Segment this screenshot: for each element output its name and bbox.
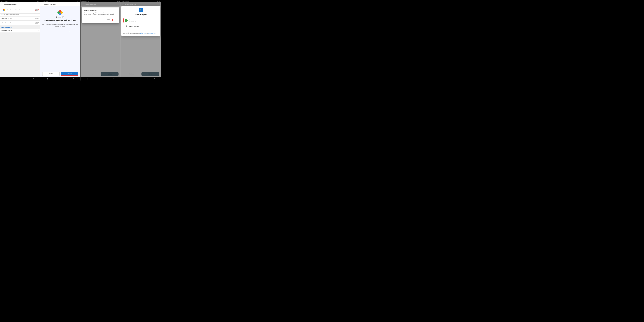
home-nav-btn-3[interactable]: ○: [100, 78, 101, 80]
account-info-1: Xu■ ■■■ ■■■ ■■■■■■ ■■: [129, 19, 157, 22]
settings-content: Save Power with Google Fit See your Goog…: [0, 6, 40, 77]
google-fit-icon: [2, 8, 6, 12]
screen-google-fit-connect-2: No SIM 29.4K/s 15:41 ← Google Fit Connec…: [80, 0, 121, 80]
privacy-policy-link[interactable]: privacy policy: [140, 33, 146, 34]
bottom-nav-4: ◁ ○ □: [121, 77, 161, 80]
home-nav-btn-4[interactable]: ○: [140, 78, 141, 80]
steps-data-source-item[interactable]: Steps Data Source Phone ›: [0, 17, 40, 20]
footer-and: and: [146, 33, 148, 34]
red-arrow-icon: ↓: [69, 28, 71, 32]
fit-buttons-1: Not Now Activate: [42, 72, 78, 76]
support-feedback-item[interactable]: Support & Feedback ›: [0, 29, 40, 33]
recents-nav-btn-4[interactable]: □: [154, 78, 154, 80]
pacer-icon-glyph: 🚶: [140, 9, 142, 11]
settings-section-troubleshooting: TROUBLESHOOTING Support & Feedback ›: [0, 26, 40, 33]
nav-title-1: Step Counter Settings: [4, 4, 17, 5]
fit-activate-title-1: Activate Google Fit Service to track you…: [42, 20, 78, 23]
footer-end: .: [156, 33, 156, 34]
google-fit-logo-1: [57, 8, 64, 16]
not-now-bg-button-3: Not Now: [123, 72, 140, 76]
dialog-buttons-3: CANCEL YES: [84, 19, 117, 21]
status-right-2: 15:41: [77, 0, 80, 2]
home-nav-btn-2[interactable]: ○: [60, 78, 61, 80]
status-left-4: No SIM 13.6K/s: [122, 0, 129, 2]
back-button-4[interactable]: ←: [122, 3, 124, 5]
troubleshooting-header: TROUBLESHOOTING: [0, 26, 40, 29]
back-nav-btn-2[interactable]: ◁: [46, 78, 48, 80]
account-item-1[interactable]: X Xu■ ■■■ ■■■ ■■■■■■ ■■: [124, 18, 158, 23]
status-right-1: 15:40: [36, 0, 39, 2]
status-right-3: 15:41: [117, 0, 120, 2]
recents-nav-btn-1[interactable]: □: [33, 78, 34, 80]
status-bar-1: No SIM 8.15K/s 15:40: [0, 0, 40, 2]
bottom-nav-2: ◁ ○ □: [40, 77, 80, 80]
add-account-item[interactable]: Add another account: [124, 24, 158, 28]
status-left-1: No SIM 8.15K/s: [1, 0, 8, 2]
account-dialog-title: Choose an account: [124, 14, 158, 15]
steps-data-source-value: Phone ›: [35, 18, 38, 19]
status-left-3: No SIM 29.4K/s: [82, 0, 89, 2]
account-avatar-1: X: [125, 19, 128, 22]
toggle-knob: [35, 9, 37, 11]
status-right-4: 15:41: [157, 0, 160, 2]
fit-connect-content-1: Google Fit Activate Google Fit Service t…: [40, 6, 80, 77]
back-nav-btn-1[interactable]: ◁: [6, 78, 7, 80]
fit-bg-buttons-2: Not Now Activate: [82, 72, 118, 76]
chevron-icon-steps: ›: [38, 18, 38, 19]
account-dialog-subtitle: to continue to Pacer: [124, 15, 158, 16]
nav-title-4: Google Fit Connect: [125, 4, 136, 5]
account-chooser-dialog: 🚶 Choose an account to continue to Pacer…: [121, 6, 160, 36]
back-button-2[interactable]: ←: [42, 3, 43, 5]
recents-nav-btn-2[interactable]: □: [73, 78, 74, 80]
add-account-label: Add another account: [129, 26, 139, 27]
status-bar-4: No SIM 13.6K/s 15:41: [121, 0, 161, 2]
nav-bar-1: ← Step Counter Settings: [0, 2, 40, 6]
save-power-item[interactable]: Save Power with Google Fit: [0, 6, 40, 14]
show-pause-toggle[interactable]: [35, 22, 38, 24]
chevron-icon-support: ›: [38, 30, 38, 31]
recents-nav-btn-3[interactable]: □: [114, 78, 114, 80]
pacer-app-icon: 🚶: [139, 8, 143, 12]
settings-section-main: Steps Data Source Phone › Show Pause But…: [0, 17, 40, 25]
save-power-toggle[interactable]: [35, 9, 38, 11]
not-now-bg-button-2: Not Now: [82, 72, 100, 76]
back-button-3[interactable]: ←: [82, 3, 83, 5]
nav-title-2: Google Fit Connect: [44, 4, 56, 5]
save-power-label: Save Power with Google Fit: [7, 9, 22, 10]
status-left-2: No SIM 4.52K/s: [41, 0, 48, 2]
bottom-nav-1: ◁ ○ □: [0, 77, 40, 80]
support-feedback-label: Support & Feedback: [2, 30, 12, 31]
terms-of-service-link[interactable]: terms of service: [148, 33, 155, 34]
save-power-left: Save Power with Google Fit: [2, 8, 22, 12]
arrow-container: ↓: [42, 28, 78, 32]
back-nav-btn-4[interactable]: ◁: [127, 78, 128, 80]
activate-bg-button-2: Activate: [101, 72, 119, 76]
account-email-1: ■■■ ■■■■■■ ■■: [129, 20, 157, 22]
nav-bar-3: ← Google Fit Connect: [80, 2, 120, 6]
save-power-subtext: See your Google Fit physical activity da…: [0, 14, 40, 16]
status-bar-3: No SIM 29.4K/s 15:41: [80, 0, 120, 2]
nav-title-3: Google Fit Connect: [84, 4, 96, 5]
show-pause-button-item[interactable]: Show Pause Button: [0, 20, 40, 25]
yes-button-3[interactable]: YES: [112, 19, 117, 21]
fit-text-logo-1: Google Fit: [56, 16, 64, 18]
account-dialog-footer: To continue, Google will share your name…: [124, 30, 158, 34]
cancel-button-3[interactable]: CANCEL: [106, 19, 110, 21]
back-button-1[interactable]: ←: [1, 3, 3, 5]
activate-button-1[interactable]: Activate: [61, 72, 78, 76]
fit-activate-desc-1: Native Google service tracks physical ac…: [42, 24, 78, 27]
account-name-1: Xu■ ■■■: [129, 19, 157, 20]
bottom-nav-3: ◁ ○ □: [80, 77, 120, 80]
fit-icon-area-1: Google Fit: [56, 8, 64, 18]
screen-google-fit-connect-1: No SIM 4.52K/s 15:41 ← Google Fit Connec…: [40, 0, 80, 80]
account-dialog-app-icon: 🚶: [124, 8, 158, 12]
nav-bar-2: ← Google Fit Connect: [40, 2, 80, 6]
not-now-button-1[interactable]: Not Now: [42, 72, 60, 76]
dialog-body-3: Your current primary activity tracker is…: [84, 12, 117, 17]
screen-step-counter-settings: No SIM 8.15K/s 15:40 ← Step Counter Sett…: [0, 0, 40, 80]
show-pause-label: Show Pause Button: [2, 22, 12, 24]
nav-bar-4: ← Google Fit Connect: [121, 2, 161, 6]
activate-bg-button-3: Activate: [142, 72, 159, 76]
home-nav-btn-1[interactable]: ○: [20, 78, 20, 80]
back-nav-btn-3[interactable]: ◁: [87, 78, 88, 80]
